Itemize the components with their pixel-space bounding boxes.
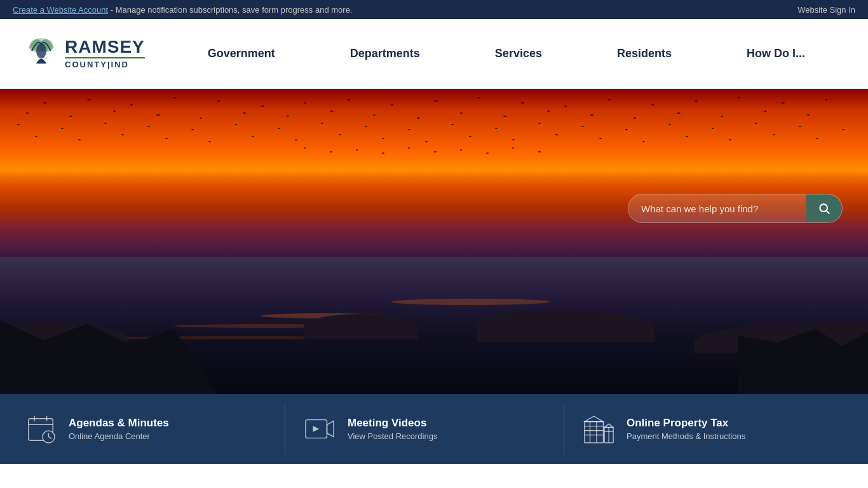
meeting-videos-subtitle: View Posted Recordings [348,431,437,441]
svg-marker-20 [585,416,604,422]
agendas-text: Agendas & Minutes Online Agenda Center [69,417,169,441]
logo-icon [25,32,57,76]
hero-water [0,257,868,394]
sign-in-link[interactable]: Website Sign In [797,5,855,15]
meeting-videos-text: Meeting Videos View Posted Recordings [348,417,437,441]
property-tax-title: Online Property Tax [627,417,745,430]
calendar-icon [25,414,56,444]
svg-line-3 [827,211,830,214]
logo-county: COUNTY|IND [65,57,145,69]
nav-government[interactable]: Government [195,19,288,88]
svg-rect-14 [585,422,604,443]
hero-image [0,89,868,394]
svg-point-1 [36,43,46,58]
nav-how-do-i[interactable]: How Do I... [734,19,818,88]
search-bar [628,194,843,223]
quick-link-property-tax[interactable]: Online Property Tax Payment Methods & In… [564,403,843,454]
search-icon [818,202,831,215]
main-nav: Government Departments Services Resident… [170,19,843,88]
search-input[interactable] [628,196,806,222]
hero-section [0,89,868,394]
nav-services[interactable]: Services [482,19,555,88]
site-header: RAMSEY COUNTY|IND Government Departments… [0,19,868,89]
site-logo[interactable]: RAMSEY COUNTY|IND [25,32,145,76]
meeting-videos-title: Meeting Videos [348,417,437,430]
svg-marker-13 [313,426,319,432]
search-button[interactable] [806,194,842,222]
svg-marker-12 [327,421,334,437]
logo-text: RAMSEY COUNTY|IND [65,38,145,69]
building-icon [583,414,614,444]
property-tax-subtitle: Payment Methods & Instructions [627,431,745,441]
hero-birds [0,89,868,257]
create-account-link[interactable]: Create a Website Account [13,5,108,15]
logo-ramsey: RAMSEY [65,38,145,56]
nav-residents[interactable]: Residents [604,19,684,88]
quick-links-section: Agendas & Minutes Online Agenda Center M… [0,394,868,464]
agendas-title: Agendas & Minutes [69,417,169,430]
top-bar: Create a Website Account - Manage notifi… [0,0,868,19]
top-bar-desc: - Manage notification subscriptions, sav… [108,5,352,15]
property-tax-text: Online Property Tax Payment Methods & In… [627,417,745,441]
video-icon [304,414,335,444]
quick-link-meeting-videos[interactable]: Meeting Videos View Posted Recordings [285,403,564,454]
top-bar-message: Create a Website Account - Manage notifi… [13,5,352,15]
quick-link-agendas[interactable]: Agendas & Minutes Online Agenda Center [25,403,285,454]
nav-departments[interactable]: Departments [337,19,433,88]
svg-point-2 [820,204,827,212]
agendas-subtitle: Online Agenda Center [69,431,169,441]
svg-marker-24 [604,424,613,427]
